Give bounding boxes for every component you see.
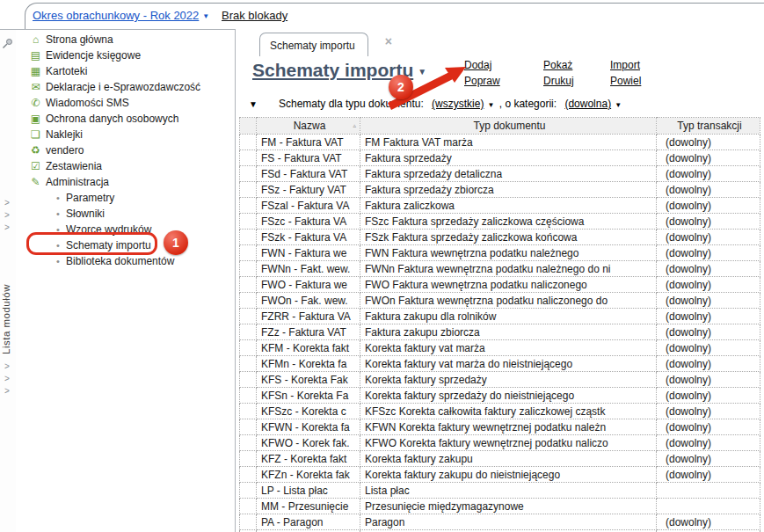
table-row[interactable]: KFSzc - Korekta c KFSzc Korekta całkowit… — [240, 404, 760, 419]
name-cell: FM - Faktura VAT — [257, 135, 360, 150]
table-row[interactable]: FSz - Faktury VAT Faktura sprzedaży zbio… — [240, 182, 760, 198]
sidebar-item-biblioteka-dokumentow[interactable]: • Biblioteka dokumentów — [16, 253, 235, 269]
row-selector-cell — [240, 135, 257, 150]
collapse-chevron-icon[interactable]: > — [4, 375, 10, 383]
table-row[interactable]: KFWO - Korek fak. KFWO Korekta faktury w… — [240, 435, 760, 451]
sidebar-item-administracja[interactable]: ✎ Administracja — [16, 174, 235, 190]
table-row[interactable]: KFS - Korekta Fak Korekta faktury sprzed… — [240, 372, 760, 388]
sidebar-item-kartoteki[interactable]: ▦ Kartoteki — [16, 63, 235, 79]
table-row[interactable]: KFZ - Korekta fakt Korekta faktury zakup… — [240, 451, 760, 467]
row-selector-cell — [240, 182, 257, 198]
trans-type-cell: (dowolny) — [657, 277, 760, 293]
row-selector-cell — [240, 150, 257, 166]
sidebar-item-wzorce-wydrukow[interactable]: • Wzorce wydruków — [16, 222, 235, 237]
trans-type-column-header[interactable]: Typ transakcji — [657, 118, 760, 135]
lock-status-link[interactable]: Brak blokady — [222, 9, 287, 22]
administration-icon: ✎ — [29, 176, 42, 188]
doc-type-cell: FWNn Faktura wewnętrzna podatku należneg… — [360, 261, 657, 277]
table-row[interactable]: FWO - Faktura we FWO Faktura wewnętrzna … — [240, 277, 760, 293]
row-selector-cell — [240, 293, 257, 309]
sidebar-item-vendero[interactable]: ♻ vendero — [16, 142, 235, 158]
collapse-chevron-icon[interactable]: > — [4, 223, 10, 232]
sidebar-item-slowniki[interactable]: • Słowniki — [16, 206, 235, 222]
trans-type-cell: (dowolny) — [657, 356, 760, 372]
show-link[interactable]: Pokaż — [543, 59, 572, 71]
collapse-chevron-icon[interactable]: > — [4, 211, 10, 220]
doc-type-filter-dropdown[interactable]: (wszystkie) — [432, 98, 484, 110]
name-cell: PA - Paragon — [257, 514, 360, 530]
doc-type-cell: KFSzc Korekta całkowita faktury zaliczko… — [360, 404, 657, 419]
table-row[interactable]: LP - Lista płac Lista płac — [240, 483, 760, 499]
collapse-chevron-icon[interactable]: > — [4, 199, 10, 208]
name-cell: FSzal - Faktura VA — [257, 198, 360, 214]
doc-type-cell: KFWO Korekta faktury wewnętrznej podatku… — [360, 435, 657, 451]
pin-icon[interactable] — [2, 37, 13, 53]
table-row[interactable]: KFZn - Korekta fak Korekta faktury zakup… — [240, 467, 760, 483]
sidebar-item-label: Naklejki — [46, 128, 83, 141]
collapse-chevron-icon[interactable]: > — [4, 387, 10, 396]
sidebar-item-strona-glowna[interactable]: ⌂ Strona główna — [16, 32, 235, 47]
table-row[interactable]: KFM - Korekta fakt Korekta faktury vat m… — [240, 340, 760, 356]
table-row[interactable]: FWNn - Fakt. wew. FWNn Faktura wewnętrzn… — [240, 261, 760, 277]
table-row[interactable]: KFWN - Korekta fa KFWN Korekta faktury w… — [240, 419, 760, 435]
doc-type-cell: FWO Faktura wewnętrzna podatku naliczone… — [360, 277, 657, 293]
doc-type-column-header[interactable]: Typ dokumentu — [360, 118, 657, 135]
category-filter-dropdown[interactable]: (dowolna) — [564, 98, 611, 110]
name-cell: KFWO - Korek fak. — [257, 435, 360, 451]
sidebar-item-wiadomosci-sms[interactable]: ✆ Wiadomości SMS — [16, 95, 235, 111]
row-selector-cell — [240, 514, 257, 530]
sidebar-item-ochrona-danych-osobowych[interactable]: ▣ Ochrona danych osobowych — [16, 111, 235, 127]
sidebar-item-label: Strona główna — [46, 33, 113, 46]
labels-icon: ❏ — [29, 128, 42, 141]
sidebar-item-parametry[interactable]: • Parametry — [16, 190, 235, 206]
doc-type-cell: Korekta faktury vat marża do nieistnieją… — [360, 356, 657, 372]
sidebar-item-naklejki[interactable]: ❏ Naklejki — [16, 127, 235, 142]
duplicate-link[interactable]: Powiel — [610, 75, 641, 87]
row-selector-cell — [240, 261, 257, 277]
sidebar-item-ewidencje-ksiegowe[interactable]: ▤ Ewidencje księgowe — [16, 47, 235, 63]
sidebar-item-schematy-importu[interactable]: • Schematy importu — [16, 237, 235, 253]
name-cell: FSz - Faktury VAT — [257, 182, 360, 198]
trans-type-cell: (dowolny) — [657, 404, 760, 419]
table-row[interactable]: FZz - Faktura VAT Faktura zakupu zbiorcz… — [240, 324, 760, 340]
row-selector-cell — [240, 340, 257, 356]
table-row[interactable]: FSzal - Faktura VA Faktura zaliczkowa (d… — [240, 198, 760, 214]
tab-schematy-importu[interactable]: Schematy importu × — [259, 33, 368, 56]
name-cell: KFSzc - Korekta c — [257, 404, 360, 419]
table-row[interactable]: KFSn - Korekta Fa Korekta faktury sprzed… — [240, 388, 760, 404]
name-cell: KFWN - Korekta fa — [257, 419, 360, 435]
sidebar-item-label: Wiadomości SMS — [46, 97, 129, 109]
table-row[interactable]: MM - Przesunięcie Przesunięcie międzymag… — [240, 499, 760, 514]
sidebar-item-zestawienia[interactable]: ☑ Zestawienia — [16, 158, 235, 174]
filter-dropdown-icon[interactable]: ▼ — [249, 99, 258, 109]
table-row[interactable]: FSzk - Faktura VA FSzk Faktura sprzedaży… — [240, 230, 760, 245]
accounting-period-dropdown[interactable]: Okres obrachunkowy - Rok 2022▼ — [33, 9, 209, 22]
tab-close-icon[interactable]: × — [385, 34, 392, 48]
doc-type-cell: Faktura sprzedaży detaliczna — [360, 166, 657, 182]
print-link[interactable]: Drukuj — [543, 75, 574, 87]
sidebar-item-label: Deklaracje i e-Sprawozdawczość — [46, 81, 200, 93]
collapse-chevron-icon[interactable]: > — [4, 362, 10, 371]
table-row[interactable]: FM - Faktura VAT FM Faktura VAT marża (d… — [240, 135, 760, 150]
edit-link[interactable]: Popraw — [464, 75, 500, 87]
page-title-menu[interactable]: Schematy importu▼ — [252, 60, 426, 81]
name-column-header[interactable]: Nazwa▵ — [257, 118, 360, 135]
name-cell: FWO - Faktura we — [257, 277, 360, 293]
table-row[interactable]: FS - Faktura VAT Faktura sprzedaży (dowo… — [240, 150, 760, 166]
name-cell: KFS - Korekta Fak — [257, 372, 360, 388]
table-row[interactable]: KFMn - Korekta fa Korekta faktury vat ma… — [240, 356, 760, 372]
row-selector-cell — [240, 214, 257, 230]
table-row[interactable]: FZRR - Faktura VA Faktura zakupu dla rol… — [240, 309, 760, 324]
table-row[interactable]: FSd - Faktura VAT Faktura sprzedaży deta… — [240, 166, 760, 182]
bullet-icon: • — [54, 256, 62, 266]
add-link[interactable]: Dodaj — [464, 59, 491, 71]
table-row[interactable]: FWOn - Fak. wew. FWOn Faktura wewnętrzna… — [240, 293, 760, 309]
table-row[interactable]: PA - Paragon Paragon (dowolny) — [240, 514, 760, 530]
row-selector-cell — [240, 499, 257, 514]
import-link[interactable]: Import — [610, 59, 640, 71]
sidebar-item-label: Wzorce wydruków — [66, 223, 151, 236]
selector-column-header[interactable] — [240, 118, 257, 135]
sidebar-item-deklaracje-i-e-sprawozdawczosc[interactable]: ✉ Deklaracje i e-Sprawozdawczość — [16, 79, 235, 95]
table-row[interactable]: FWN - Faktura we FWN Faktura wewnętrzna … — [240, 245, 760, 261]
table-row[interactable]: FSzc - Faktura VA FSzc Faktura sprzedaży… — [240, 214, 760, 230]
